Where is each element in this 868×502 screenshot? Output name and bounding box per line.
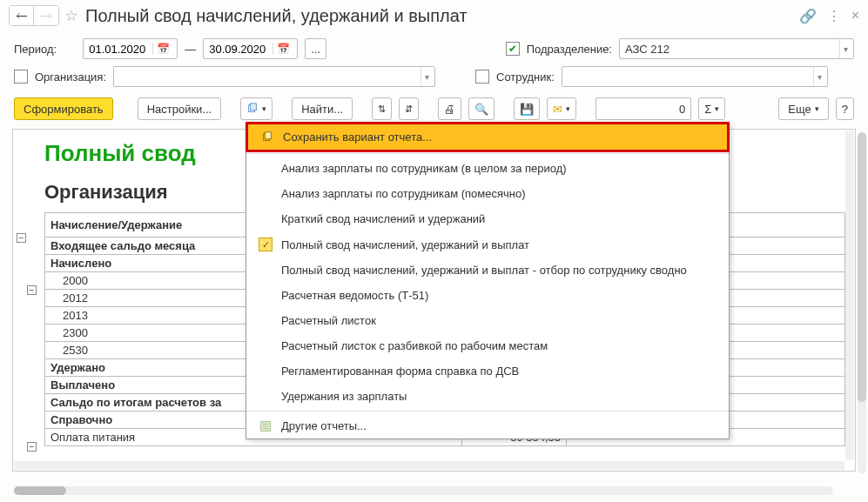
calendar-icon[interactable]: 📅 [152,43,173,55]
division-value: АЗС 212 [625,43,670,56]
menu-separator [246,153,729,154]
check-slot: ✓ [259,238,273,251]
menu-item-label: Расчетный листок с разбивкой по рабочим … [281,339,717,352]
date-to-field[interactable]: 📅 [203,38,298,59]
print-icon: 🖨 [444,103,455,116]
help-button[interactable]: ? [836,97,854,120]
sigma-button[interactable]: Σ ▾ [698,97,725,120]
calendar-icon[interactable]: 📅 [273,43,293,55]
expand-icon: ⇅ [378,104,386,115]
preview-icon: 🔍 [474,103,488,116]
horizontal-scrollbar[interactable] [14,486,833,495]
period-picker-button[interactable]: ... [305,38,326,59]
menu-item-report-variant[interactable]: Регламентированная форма справка по ДСВ [246,358,729,384]
menu-item-label: Анализ зарплаты по сотрудникам (в целом … [281,162,717,175]
org-checkbox[interactable] [14,70,28,84]
date-from-input[interactable] [87,41,152,57]
menu-item-label: Расчетный листок [281,314,717,327]
svg-rect-1 [251,104,257,110]
menu-item-report-variant[interactable]: Полный свод начислений, удержаний и выпл… [246,258,729,283]
date-dash: — [185,43,196,56]
sigma-icon: Σ [704,103,711,116]
inner-hscroll[interactable] [14,461,844,470]
collapse-icon: ⇵ [405,104,413,115]
kebab-icon[interactable]: ⋮ [827,8,841,24]
title-actions: 🔗 ⋮ × [799,8,859,24]
division-checkbox[interactable]: ✔ [506,42,520,56]
menu-item-label: Расчетная ведомость (Т-51) [281,289,717,302]
menu-item-report-variant[interactable]: Краткий свод начислений и удержаний [246,206,729,231]
employee-checkbox[interactable] [475,70,489,84]
favorite-icon[interactable]: ☆ [64,6,78,25]
division-label: Подразделение: [527,43,612,56]
menu-item-label: Краткий свод начислений и удержаний [281,212,717,225]
menu-item-save-variant[interactable]: Сохранить вариант отчета... [246,122,730,152]
menu-separator [246,411,729,412]
chevron-down-icon[interactable]: ▾ [839,39,851,58]
nav-group: 🡐 🡒 [9,5,59,26]
floppy-icon: 💾 [520,103,534,116]
menu-item-other-reports[interactable]: Другие отчеты... [246,413,729,438]
org-label: Организация: [35,70,106,84]
titlebar: 🡐 🡒 ☆ Полный свод начислений, удержаний … [0,0,868,35]
expand-button[interactable]: ⇅ [372,97,392,120]
menu-item-label: Регламентированная форма справка по ДСВ [281,365,717,378]
menu-item-label: Полный свод начислений, удержаний и выпл… [281,264,717,277]
find-button[interactable]: Найти... [292,97,353,120]
filter-row-1: Период: 📅 — 📅 ... ✔ Подразделение: АЗС 2… [0,35,868,63]
toolbar: Сформировать Настройки... ▾ Найти... ⇅ ⇵… [0,94,868,124]
variant-dropdown: Сохранить вариант отчета... Анализ зарпл… [246,122,730,439]
menu-item-label: Сохранить вариант отчета... [283,131,715,144]
generate-button[interactable]: Сформировать [14,97,113,120]
org-combo[interactable]: ▾ [113,66,435,87]
mail-icon: ✉ [553,103,562,116]
date-to-input[interactable] [207,41,273,57]
date-from-field[interactable]: 📅 [83,38,178,59]
preview-button[interactable]: 🔍 [468,97,495,120]
check-icon: ✓ [259,238,273,251]
print-button[interactable]: 🖨 [438,97,461,120]
forward-button[interactable]: 🡒 [34,6,58,25]
menu-item-report-variant[interactable]: Расчетная ведомость (Т-51) [246,283,729,308]
link-icon[interactable]: 🔗 [799,8,817,24]
report-icon [259,420,272,432]
back-button[interactable]: 🡐 [10,6,34,25]
save-button[interactable]: 💾 [514,97,540,120]
inner-vscroll[interactable] [845,131,854,460]
copy-icon [261,131,273,144]
variant-dropdown-button[interactable]: ▾ [240,97,273,120]
menu-item-report-variant[interactable]: Расчетный листок [246,308,729,333]
svg-rect-3 [265,131,271,138]
page-title: Полный свод начислений, удержаний и выпл… [85,6,468,26]
collapse-button[interactable]: ⇵ [399,97,419,120]
vertical-scrollbar[interactable] [858,132,866,473]
menu-item-label: Полный свод начислений, удержаний и выпл… [281,238,717,251]
settings-button[interactable]: Настройки... [138,97,222,120]
sum-value: 0 [679,103,685,116]
copy-icon [246,103,259,115]
more-button[interactable]: Еще ▾ [778,97,828,120]
filter-row-2: Организация: ▾ Сотрудник: ▾ [0,63,868,94]
chevron-down-icon[interactable]: ▾ [813,67,825,86]
menu-item-report-variant[interactable]: ✓Полный свод начислений, удержаний и вып… [246,231,729,258]
menu-item-report-variant[interactable]: Анализ зарплаты по сотрудникам (помесячн… [246,181,729,206]
division-combo[interactable]: АЗС 212 ▾ [619,38,854,59]
menu-item-label: Анализ зарплаты по сотрудникам (помесячн… [281,187,717,200]
employee-combo[interactable]: ▾ [562,66,828,87]
menu-item-report-variant[interactable]: Удержания из зарплаты [246,384,729,409]
menu-item-label: Удержания из зарплаты [281,390,717,403]
menu-item-report-variant[interactable]: Анализ зарплаты по сотрудникам (в целом … [246,156,729,181]
scrollbar-thumb[interactable] [14,486,66,495]
email-button[interactable]: ✉ ▾ [547,97,576,120]
period-label: Период: [14,43,57,56]
menu-item-report-variant[interactable]: Расчетный листок с разбивкой по рабочим … [246,333,729,358]
scrollbar-thumb[interactable] [858,132,866,402]
chevron-down-icon[interactable]: ▾ [421,67,433,86]
employee-label: Сотрудник: [496,70,555,84]
close-icon[interactable]: × [851,8,859,23]
menu-item-label: Другие отчеты... [281,419,717,432]
sum-input[interactable]: 0 [595,97,691,120]
